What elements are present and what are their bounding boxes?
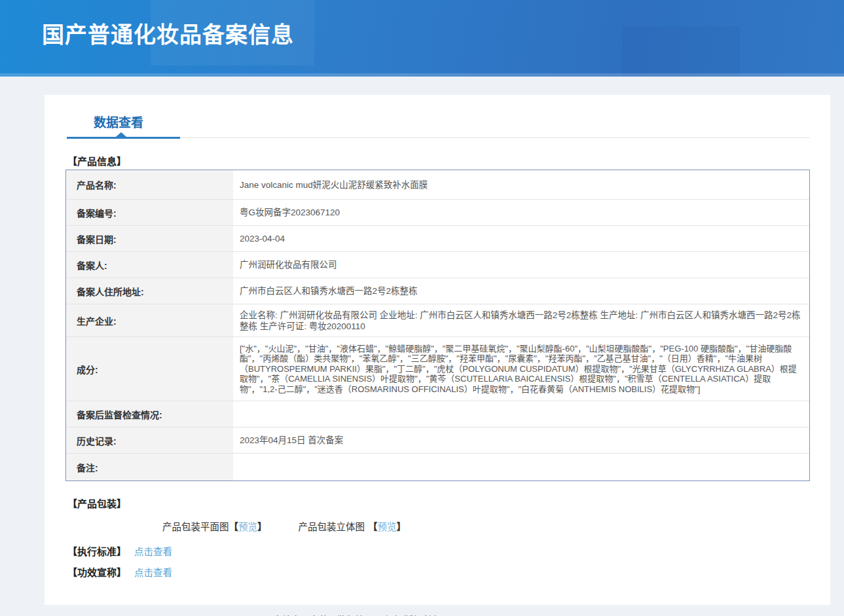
row-label: 产品名称: [66,170,233,199]
packaging-flat-preview-link[interactable]: 预览 [238,519,257,533]
row-value: 粤G妆网备字2023067120 [233,200,809,225]
packaging-line: 产品包装平面图【预览】 产品包装立体图【预览】 [162,519,830,533]
row-filer-address: 备案人住所地址: 广州市白云区人和镇秀水塘西一路2号2栋整栋 [66,278,809,304]
row-manufacturer: 生产企业: 企业名称: 广州润研化妆品有限公司 企业地址: 广州市白云区人和镇秀… [66,304,809,336]
row-label: 备案编号: [66,200,233,225]
row-label: 备案后监督检查情况: [66,401,233,427]
copyright-text: 本站由国家药品监督管理局主办 版权所有 Copyright © NMPA All… [45,613,830,616]
page-header: 国产普通化妆品备案信息 [0,0,844,77]
row-value: 2023-04-04 [233,226,809,251]
row-value: 广州市白云区人和镇秀水塘西一路2号2栋整栋 [233,278,809,304]
page-footer: 本站由国家药品监督管理局主办 版权所有 Copyright © NMPA All… [45,605,830,616]
packaging-stereo-label: 产品包装立体图 [299,519,365,533]
bracket-close: 】 [397,519,407,533]
row-label: 历史记录: [66,427,233,453]
row-ingredients: 成分: ["水"，"火山泥"，"甘油"，"液体石蜡"，"鲸蜡硬脂醇"，"聚二甲基… [66,336,809,401]
standard-line: 【执行标准】点击查看 [67,546,830,558]
row-value: 企业名称: 广州润研化妆品有限公司 企业地址: 广州市白云区人和镇秀水塘西一路2… [233,304,809,336]
row-value [233,454,809,480]
row-label: 备注: [66,454,233,480]
section-efficacy-title: 【功效宣称】 [67,567,126,578]
content-card: 数据查看 【产品信息】 产品名称: Jane volcanic mud妍泥火山泥… [45,95,830,605]
bracket-open: 【 [368,519,378,533]
row-label: 备案人住所地址: [66,278,233,304]
row-value: 广州润研化妆品有限公司 [233,252,809,278]
bracket-open: 【 [229,519,239,533]
page: 国产普通化妆品备案信息 数据查看 【产品信息】 产品名称: Jane volca… [0,0,844,616]
bracket-close: 】 [257,519,267,533]
tab-data-view-label: 数据查看 [94,116,143,130]
packaging-stereo-preview-link[interactable]: 预览 [378,519,397,533]
row-value: Jane volcanic mud妍泥火山泥舒缓紧致补水面膜 [233,170,809,199]
row-filing-number: 备案编号: 粤G妆网备字2023067120 [66,199,809,225]
row-label: 备案日期: [66,226,233,251]
row-remarks: 备注: [66,453,809,480]
tab-divider-line [180,137,810,138]
tab-bar: 数据查看 [45,95,830,139]
row-product-name: 产品名称: Jane volcanic mud妍泥火山泥舒缓紧致补水面膜 [66,170,809,199]
row-value: 2023年04月15日 首次备案 [233,427,809,453]
row-filer: 备案人: 广州润研化妆品有限公司 [66,251,809,278]
row-label: 生产企业: [66,304,233,336]
standard-view-link[interactable]: 点击查看 [134,547,172,557]
product-info-table: 产品名称: Jane volcanic mud妍泥火山泥舒缓紧致补水面膜 备案编… [65,170,810,481]
tab-pointer-icon [116,132,126,137]
tab-active-indicator [67,137,180,139]
tab-data-view[interactable]: 数据查看 [94,115,143,132]
efficacy-view-link[interactable]: 点击查看 [134,568,172,578]
section-standard-title: 【执行标准】 [67,546,126,557]
tab-underline [45,137,810,139]
efficacy-line: 【功效宣称】点击查看 [67,567,830,579]
packaging-flat-label: 产品包装平面图 [162,519,229,533]
row-post-filing-inspection: 备案后监督检查情况: [66,401,809,427]
banner-decor-patch [622,26,740,77]
page-title: 国产普通化妆品备案信息 [42,17,294,49]
section-product-info-title: 【产品信息】 [67,156,830,167]
row-value [233,401,809,427]
row-label: 备案人: [66,252,233,278]
row-history: 历史记录: 2023年04月15日 首次备案 [66,427,809,453]
row-value: ["水"，"火山泥"，"甘油"，"液体石蜡"，"鲸蜡硬脂醇"，"聚二甲基硅氧烷"… [233,337,809,401]
row-label: 成分: [66,337,233,401]
row-filing-date: 备案日期: 2023-04-04 [66,225,809,251]
section-packaging-title: 【产品包装】 [67,498,830,509]
